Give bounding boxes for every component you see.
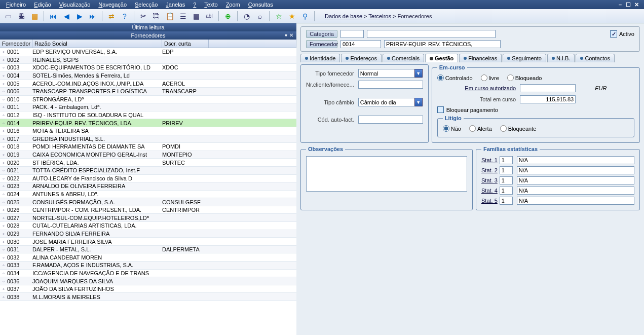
tab-endereços[interactable]: Endereços bbox=[341, 54, 382, 62]
cod-auto-input[interactable] bbox=[358, 116, 423, 124]
stat-label-3[interactable]: Stat. 3 bbox=[481, 177, 498, 183]
card-icon[interactable]: ▤ bbox=[29, 11, 40, 21]
stat-desc-5[interactable] bbox=[517, 197, 634, 205]
stat-desc-1[interactable] bbox=[517, 156, 634, 164]
table-row[interactable]: ◦0016MOTA & TEIXEIRA SA bbox=[0, 127, 296, 135]
table-row[interactable]: ◦0036JOAQUIM MARQUES DA SILVA bbox=[0, 277, 296, 285]
table-row[interactable]: ◦0017GREDISA INDUSTRIAL, S.L. bbox=[0, 135, 296, 143]
tipo-fornecedor-input[interactable] bbox=[358, 69, 415, 78]
categoria-desc-input[interactable] bbox=[367, 30, 496, 38]
text-icon[interactable]: abl bbox=[204, 11, 214, 21]
tab-gestão[interactable]: Gestão bbox=[425, 54, 458, 62]
radio-controlado[interactable]: Controlado bbox=[437, 75, 473, 81]
search-icon[interactable]: ⌕ bbox=[255, 11, 265, 21]
tab-seguimento[interactable]: Seguimento bbox=[503, 54, 546, 62]
list-icon[interactable]: ☰ bbox=[178, 11, 188, 21]
tab-financeiras[interactable]: Financeiras bbox=[459, 54, 502, 62]
pin-icon[interactable]: ⚲ bbox=[300, 11, 310, 21]
breadcrumb-terceiros[interactable]: Terceiros bbox=[368, 13, 391, 19]
table-row[interactable]: ◦0020ST IBÉRICA, LDA.SURTEC bbox=[0, 159, 296, 167]
stat-label-5[interactable]: Stat. 5 bbox=[481, 198, 498, 204]
table-row[interactable]: ◦0011PACK. 4 - Embalagem, Ldª. bbox=[0, 103, 296, 111]
grid-body[interactable]: ◦0001EDP SERVIÇO UNIVERSAL, S.A.EDP◦0002… bbox=[0, 48, 296, 335]
menu-edição[interactable]: Edição bbox=[30, 1, 55, 8]
stat-desc-2[interactable] bbox=[517, 166, 634, 174]
table-row[interactable]: ◦0033F.RAMADA, AÇOS E INDUSTRIAS, S.A. bbox=[0, 262, 296, 270]
table-row[interactable]: ◦0029FERNANDO SILVA FERREIRA bbox=[0, 230, 296, 238]
table-row[interactable]: ◦0021TOTTA-CRÉDITO ESPECIALIZADO, Inst.F bbox=[0, 167, 296, 175]
first-icon[interactable]: ⏮ bbox=[48, 11, 58, 21]
bloquear-pagamento-check[interactable]: Bloquear pagamento bbox=[437, 106, 634, 113]
stat-label-2[interactable]: Stat. 2 bbox=[481, 167, 498, 173]
table-row[interactable]: ◦0030JOSE MARIA FERREIRA SILVA bbox=[0, 238, 296, 246]
fornecedor-name-input[interactable] bbox=[384, 40, 501, 48]
table-row[interactable]: ◦0026CENTRIMPOR - COM. REPRESENT., LDA.C… bbox=[0, 206, 296, 214]
table-row[interactable]: ◦0006TRANSCARP-TRANSPORTES E LOGÍSTICATR… bbox=[0, 88, 296, 96]
stat-label-4[interactable]: Stat. 4 bbox=[481, 188, 498, 194]
table-row[interactable]: ◦0028CUTAL-CUTELARIAS ARTISTICAS, LDA. bbox=[0, 222, 296, 230]
stat-desc-4[interactable] bbox=[517, 187, 634, 195]
stat-value-4[interactable] bbox=[500, 187, 513, 195]
table-row[interactable]: ◦0018POMDI HERRAMIENTAS DE DIAMANTE SAPO… bbox=[0, 143, 296, 151]
stat-label-1[interactable]: Stat. 1 bbox=[481, 157, 498, 163]
menu-zoom[interactable]: Zoom bbox=[222, 1, 244, 8]
tipo-cambio-input[interactable] bbox=[358, 98, 415, 106]
link-icon[interactable]: ⇄ bbox=[106, 11, 117, 21]
stat-desc-3[interactable] bbox=[517, 176, 634, 184]
cut-icon[interactable]: ✂ bbox=[138, 11, 148, 21]
minimize-icon[interactable]: – bbox=[617, 2, 624, 8]
table-row[interactable]: ◦0024ANTUNES & ABREU, LDª. bbox=[0, 191, 296, 199]
menu-janelas[interactable]: Janelas bbox=[162, 1, 189, 8]
last-icon[interactable]: ⏭ bbox=[88, 11, 98, 21]
table-row[interactable]: ◦0005ACEROL-COM.IND.AÇOS INOX.,UNIP.,LDA… bbox=[0, 80, 296, 88]
tipo-fornecedor-dropdown[interactable]: ▼ bbox=[414, 69, 423, 78]
categoria-input[interactable] bbox=[340, 30, 364, 38]
nr-cliente-input[interactable] bbox=[358, 81, 423, 89]
table-row[interactable]: ◦0010STRONGÁREA, LDª bbox=[0, 96, 296, 104]
tab-identidade[interactable]: Identidade bbox=[300, 54, 340, 62]
menu-navegação[interactable]: Navegação bbox=[94, 1, 131, 8]
tipo-cambio-dropdown[interactable]: ▼ bbox=[414, 98, 423, 106]
table-row[interactable]: ◦0025CONSULGÉS FORMAÇÃO, S.A.CONSULGESF bbox=[0, 198, 296, 206]
stat-value-5[interactable] bbox=[500, 197, 513, 205]
close-icon[interactable]: ✕ bbox=[633, 2, 640, 8]
col-dscr[interactable]: Dscr. curta bbox=[162, 40, 209, 48]
radio-bloqueante[interactable]: Bloqueante bbox=[500, 125, 537, 132]
observacoes-input[interactable] bbox=[306, 156, 467, 192]
table-row[interactable]: ◦0012ISQ - INSTITUTO DE SOLDADURA E QUAL bbox=[0, 111, 296, 120]
copy-icon[interactable]: ⿻ bbox=[151, 11, 162, 21]
total-em-curso-input[interactable] bbox=[520, 95, 576, 103]
globe-icon[interactable]: ⊕ bbox=[223, 11, 233, 21]
menu-visualização[interactable]: Visualização bbox=[55, 1, 95, 8]
radio-bloqueado[interactable]: Bloqueado bbox=[507, 75, 542, 81]
menu-ficheiro[interactable]: Ficheiro bbox=[2, 1, 30, 8]
table-row[interactable]: ◦0023ARNALDO DE OLIVEIRA FERREIRA bbox=[0, 182, 296, 191]
radio-nao[interactable]: Não bbox=[443, 125, 461, 132]
close-panel-icon[interactable]: ✕ bbox=[289, 32, 293, 38]
next-icon[interactable]: ▶ bbox=[74, 11, 85, 21]
breadcrumb-base[interactable]: Dados de base bbox=[325, 13, 362, 19]
star-icon[interactable]: ★ bbox=[287, 11, 297, 21]
table-row[interactable]: ◦0034ICC/AGENCIA DE NAVEGAÇÃO E DE TRANS bbox=[0, 270, 296, 278]
stat-value-2[interactable] bbox=[500, 166, 513, 174]
maximize-icon[interactable]: ☐ bbox=[625, 2, 632, 8]
table-row[interactable]: ◦0002REINALES, SGPS bbox=[0, 56, 296, 64]
em-curso-autorizado-input[interactable] bbox=[520, 84, 576, 92]
menu-?[interactable]: ? bbox=[189, 1, 200, 8]
table-row[interactable]: ◦0003XDOC-EQUIPAMENTOS DE ESCRITÓRIO, LD… bbox=[0, 64, 296, 72]
star-outline-icon[interactable]: ☆ bbox=[274, 11, 284, 21]
form-icon[interactable]: ▦ bbox=[191, 11, 201, 21]
table-row[interactable]: ◦0037JOÃO DA SILVA FERTUZINHOS bbox=[0, 285, 296, 293]
stat-value-1[interactable] bbox=[500, 156, 513, 164]
tab-nib[interactable]: N.I.B. bbox=[547, 54, 575, 62]
menu-consultas[interactable]: Consultas bbox=[244, 1, 277, 8]
table-row[interactable]: ◦0027NORTEL-SUL-COM.EQUIP.HOTELEIROS,LDª bbox=[0, 214, 296, 222]
em-curso-autorizado-label[interactable]: Em curso autorizado bbox=[437, 85, 516, 91]
stat-value-3[interactable] bbox=[500, 176, 513, 184]
col-fornecedor[interactable]: Fornecedor bbox=[0, 40, 32, 48]
radio-livre[interactable]: livre bbox=[481, 75, 499, 81]
table-row[interactable]: ◦0031DALPER - METAL, S.L.DALPERMETA bbox=[0, 246, 296, 254]
table-row[interactable]: ◦0014PRIREV-EQUIP. REV. TÉCNICOS, LDA.PR… bbox=[0, 119, 296, 127]
tab-comerciais[interactable]: Comerciais bbox=[383, 54, 424, 62]
table-row[interactable]: ◦0019CAIXA ECONOMICA MONTEPIO GERAL-Inst… bbox=[0, 151, 296, 159]
